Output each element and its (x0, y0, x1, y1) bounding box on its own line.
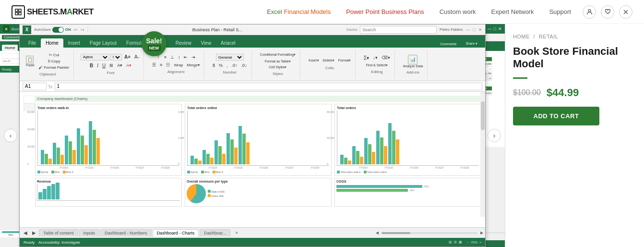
paste-btn[interactable]: 📋 Paste (24, 55, 36, 67)
nav-powerpoint[interactable]: Power Point Business Plans (346, 8, 424, 15)
dec-inc-btn[interactable]: .0↑ (230, 62, 239, 68)
main-nav: Excel Financial Models Power Point Busin… (267, 8, 571, 15)
sum-btn[interactable]: Σ▾ (362, 55, 370, 61)
scroll-left-btn[interactable]: ◀ (376, 231, 379, 235)
merge-btn[interactable]: Merge▾ (185, 62, 201, 68)
close-window-btn[interactable]: ✕ (478, 27, 482, 32)
formula-input[interactable] (55, 83, 482, 90)
add-to-cart-button[interactable]: ADD TO CART (513, 107, 599, 125)
tab-view[interactable]: View (196, 38, 216, 48)
font-increase-btn[interactable]: A+ (123, 54, 132, 60)
user-icon-btn[interactable] (583, 5, 596, 19)
font-size-select[interactable]: 8 (110, 54, 122, 61)
excel-topbar: X AutoSave ON ↩ ↪ | Business Plan - Reta… (20, 25, 485, 35)
view-normal-btn[interactable]: ▤ (449, 240, 452, 244)
vertical-scrollbar[interactable] (480, 92, 485, 217)
fill-btn[interactable]: ↓▾ (371, 55, 379, 61)
cell-styles-btn[interactable]: Cell Styles▾ (267, 65, 288, 70)
ribbon-content: 📋 Paste ✂ Cut ⎘ Copy 🖌 Format Painter Cl… (20, 48, 485, 81)
align-bottom-btn[interactable]: ⊥ (169, 54, 176, 60)
font-family-select[interactable]: Aptos (81, 54, 109, 61)
tab-insert[interactable]: Insert (63, 38, 85, 48)
zoom-plus-btn[interactable]: + (479, 241, 481, 244)
maximize-btn[interactable]: □ (473, 27, 476, 32)
font-decrease-btn[interactable]: A- (133, 54, 141, 60)
scroll-thumb[interactable] (481, 101, 485, 130)
sheet-tab-dashboar[interactable]: Dashboar... (200, 229, 230, 236)
ribbon-font-group: Aptos 8 A+ A- B I U ⊞ A▾ A▾ (78, 50, 144, 79)
font-color-btn[interactable]: A▾ (125, 62, 133, 68)
autosave-label: AutoSave (34, 27, 51, 32)
italic-btn[interactable]: I (95, 62, 100, 69)
number-format-select[interactable]: General (216, 54, 244, 61)
analyze-data-btn[interactable]: 📊 Analyze Data (402, 54, 425, 68)
ribbon-clipboard-group: 📋 Paste ✂ Cut ⎘ Copy 🖌 Format Painter Cl… (22, 50, 74, 79)
conditional-format-btn[interactable]: Conditional Formatting▾ (259, 52, 297, 57)
copy-btn[interactable]: ⎘ Copy (37, 59, 71, 64)
fill-color-btn[interactable]: A▾ (116, 62, 124, 68)
add-sheet-btn[interactable]: + (233, 230, 240, 235)
tab-review[interactable]: Review (171, 38, 196, 48)
sheet-tab-toc[interactable]: Table of content (39, 229, 78, 236)
cut-btn[interactable]: ✂ Cut (37, 52, 71, 58)
cells-label: Cells (325, 66, 334, 70)
sheet-nav-left[interactable]: ◀ (22, 230, 29, 235)
align-left-btn[interactable]: ☰ (151, 62, 157, 68)
text-direction-btn[interactable]: ↕ (177, 54, 182, 60)
tab-home[interactable]: Home (41, 38, 63, 48)
format-cells-btn[interactable]: Format▾ (337, 58, 352, 63)
ribbon-addins-group: 📊 Analyze Data Add-ins (399, 50, 428, 79)
carousel-next-button[interactable]: › (488, 129, 501, 142)
scroll-right-btn[interactable]: ▶ (480, 231, 483, 235)
undo-icon[interactable]: ↩ (74, 27, 78, 32)
toggle-dot (59, 27, 63, 32)
delete-cells-btn[interactable]: Delete▾ (322, 58, 336, 63)
nav-excel[interactable]: Excel Financial Models (267, 8, 331, 15)
insert-cells-btn[interactable]: Insert▾ (307, 58, 321, 63)
minimize-btn[interactable]: — (466, 27, 470, 32)
find-select-btn[interactable]: Find & Select▾ (364, 63, 389, 68)
tab-ariacel[interactable]: Ariacel (216, 38, 240, 48)
nav-custom[interactable]: Custom work (440, 8, 476, 15)
carousel-prev-button[interactable]: ‹ (4, 129, 17, 142)
align-middle-btn[interactable]: ≡ (163, 54, 168, 60)
wrap-text-btn[interactable]: Wrap (172, 62, 184, 68)
view-preview-btn[interactable]: ▦ (459, 240, 462, 244)
format-as-table-btn[interactable]: Format as Table▾ (263, 59, 292, 64)
cell-reference-input[interactable] (23, 83, 47, 90)
share-btn[interactable]: Share ▾ (462, 41, 481, 47)
tab-page-layout[interactable]: Page Layout (85, 38, 121, 48)
redo-icon[interactable]: ↪ (81, 27, 84, 32)
bold-btn[interactable]: B (88, 62, 95, 69)
dec-dec-btn[interactable]: .0↓ (240, 62, 249, 68)
chart-total-title: Total orders (337, 106, 479, 110)
border-btn[interactable]: ⊞ (108, 62, 115, 68)
sheet-tab-dashboard-numbers[interactable]: Dashboard - Numbers (100, 229, 152, 236)
sheet-tab-inputs[interactable]: Inputs (79, 229, 100, 236)
align-right-btn[interactable]: ☷ (165, 62, 171, 68)
format-painter-btn[interactable]: 🖌 Format Painter (37, 65, 71, 70)
underline-btn[interactable]: U (101, 62, 107, 69)
formula-bar: fx (20, 81, 485, 92)
indent-dec-btn[interactable]: ⇤ (182, 54, 189, 60)
clear-btn[interactable]: ⌫▾ (380, 55, 392, 61)
autosave-toggle[interactable] (52, 27, 64, 33)
zoom-minus-btn[interactable]: − (467, 241, 469, 244)
view-page-btn[interactable]: ⊞ (454, 240, 457, 244)
indent-inc-btn[interactable]: ⇥ (190, 54, 197, 60)
close-icon-btn[interactable] (619, 5, 632, 19)
sheet-nav-right[interactable]: ▶ (30, 230, 38, 235)
logo[interactable]: SHEETS.MARKET (12, 5, 94, 19)
nav-support[interactable]: Support (549, 8, 571, 15)
currency-btn[interactable]: $ (211, 62, 216, 68)
percent-btn[interactable]: % (217, 62, 224, 68)
breadcrumb-home-link[interactable]: HOME (513, 34, 530, 39)
align-center-btn[interactable]: ≡ (158, 62, 164, 68)
tab-file[interactable]: File (24, 38, 41, 48)
heart-icon-btn[interactable] (601, 5, 614, 19)
excel-search-input[interactable] (360, 26, 437, 34)
comments-btn[interactable]: Comments (438, 41, 459, 47)
sheet-tab-dashboard-charts[interactable]: Dashboard - Charts (153, 229, 199, 236)
comma-btn[interactable]: , (225, 62, 229, 68)
nav-expert[interactable]: Expert Network (491, 8, 534, 15)
